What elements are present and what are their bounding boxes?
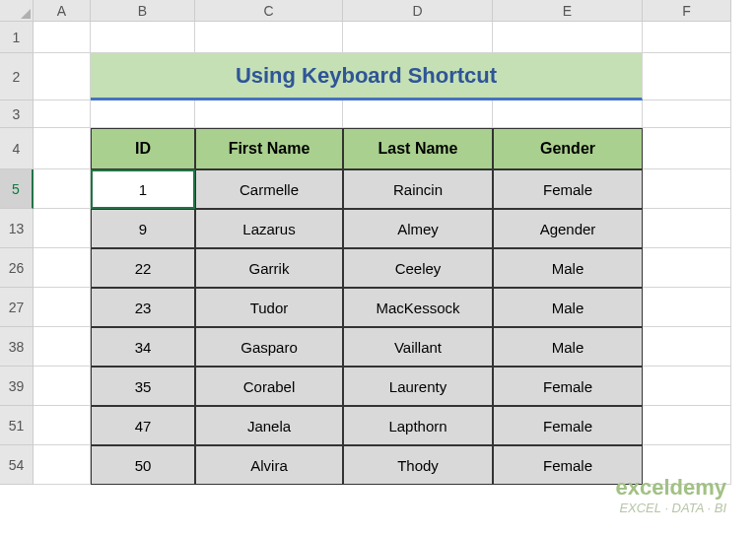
cell-id-5[interactable]: 1 <box>91 169 195 209</box>
row-header-13[interactable]: 13 <box>0 209 34 248</box>
cell-first-39[interactable]: Corabel <box>195 367 343 406</box>
cell-gender-38[interactable]: Male <box>493 327 643 367</box>
column-header-B[interactable]: B <box>91 0 195 22</box>
cell-gender-51[interactable]: Female <box>493 406 643 445</box>
cell-E1[interactable] <box>493 22 643 53</box>
watermark-sub: EXCEL · DATA · BI <box>615 501 726 515</box>
cell-gender-26[interactable]: Male <box>493 248 643 288</box>
cell-gender-39[interactable]: Female <box>493 367 643 406</box>
cell-F4[interactable] <box>643 128 731 169</box>
cell-F1[interactable] <box>643 22 731 53</box>
cell-E3[interactable] <box>493 100 643 128</box>
cell-first-38[interactable]: Gasparo <box>195 327 343 367</box>
column-header-E[interactable]: E <box>493 0 643 22</box>
cell-first-54[interactable]: Alvira <box>195 445 343 485</box>
cell-first-26[interactable]: Garrik <box>195 248 343 288</box>
row-header-39[interactable]: 39 <box>0 367 34 406</box>
row-header-1[interactable]: 1 <box>0 22 34 53</box>
cell-A54[interactable] <box>34 445 91 485</box>
cell-id-54[interactable]: 50 <box>91 445 195 485</box>
cell-last-38[interactable]: Vaillant <box>343 327 493 367</box>
cell-last-51[interactable]: Lapthorn <box>343 406 493 445</box>
cell-B3[interactable] <box>91 100 195 128</box>
cell-first-13[interactable]: Lazarus <box>195 209 343 248</box>
row-header-4[interactable]: 4 <box>0 128 34 169</box>
row-headers: 1234513262738395154 <box>0 22 34 485</box>
cell-A3[interactable] <box>34 100 91 128</box>
cell-C1[interactable] <box>195 22 343 53</box>
cell-id-38[interactable]: 34 <box>91 327 195 367</box>
column-header-C[interactable]: C <box>195 0 343 22</box>
table-header-1[interactable]: First Name <box>195 128 343 169</box>
table-header-2[interactable]: Last Name <box>343 128 493 169</box>
cell-D1[interactable] <box>343 22 493 53</box>
cell-F13[interactable] <box>643 209 731 248</box>
table-header-0[interactable]: ID <box>91 128 195 169</box>
cell-A39[interactable] <box>34 367 91 406</box>
watermark: exceldemy EXCEL · DATA · BI <box>615 475 726 515</box>
grid-area: Using Keyboard ShortcutIDFirst NameLast … <box>34 22 731 485</box>
cell-A4[interactable] <box>34 128 91 169</box>
cell-gender-27[interactable]: Male <box>493 288 643 327</box>
column-header-D[interactable]: D <box>343 0 493 22</box>
cell-gender-5[interactable]: Female <box>493 169 643 209</box>
title-banner[interactable]: Using Keyboard Shortcut <box>91 53 643 100</box>
cell-A13[interactable] <box>34 209 91 248</box>
column-header-F[interactable]: F <box>643 0 731 22</box>
row-header-26[interactable]: 26 <box>0 248 34 288</box>
cell-last-54[interactable]: Thody <box>343 445 493 485</box>
cell-A5[interactable] <box>34 169 91 209</box>
row-header-27[interactable]: 27 <box>0 288 34 327</box>
cell-A38[interactable] <box>34 327 91 367</box>
row-header-54[interactable]: 54 <box>0 445 34 485</box>
cell-F26[interactable] <box>643 248 731 288</box>
cell-F38[interactable] <box>643 327 731 367</box>
cell-F27[interactable] <box>643 288 731 327</box>
cell-C3[interactable] <box>195 100 343 128</box>
cell-D3[interactable] <box>343 100 493 128</box>
cell-id-51[interactable]: 47 <box>91 406 195 445</box>
cell-last-39[interactable]: Laurenty <box>343 367 493 406</box>
cell-F5[interactable] <box>643 169 731 209</box>
watermark-brand: exceldemy <box>615 475 726 501</box>
cell-F39[interactable] <box>643 367 731 406</box>
cell-A51[interactable] <box>34 406 91 445</box>
cell-F2[interactable] <box>643 53 731 100</box>
cell-F51[interactable] <box>643 406 731 445</box>
cell-first-51[interactable]: Janela <box>195 406 343 445</box>
row-header-3[interactable]: 3 <box>0 100 34 128</box>
cell-last-26[interactable]: Ceeley <box>343 248 493 288</box>
cell-first-27[interactable]: Tudor <box>195 288 343 327</box>
cell-last-13[interactable]: Almey <box>343 209 493 248</box>
spreadsheet: ABCDEF 1234513262738395154 Using Keyboar… <box>0 0 756 535</box>
select-all-corner[interactable] <box>0 0 34 22</box>
cell-id-39[interactable]: 35 <box>91 367 195 406</box>
svg-marker-0 <box>21 9 31 19</box>
table-header-3[interactable]: Gender <box>493 128 643 169</box>
cell-last-27[interactable]: MacKessock <box>343 288 493 327</box>
cell-id-27[interactable]: 23 <box>91 288 195 327</box>
row-header-2[interactable]: 2 <box>0 53 34 100</box>
cell-id-26[interactable]: 22 <box>91 248 195 288</box>
row-header-51[interactable]: 51 <box>0 406 34 445</box>
cell-B1[interactable] <box>91 22 195 53</box>
column-header-A[interactable]: A <box>34 0 91 22</box>
cell-gender-13[interactable]: Agender <box>493 209 643 248</box>
cell-A2[interactable] <box>34 53 91 100</box>
cell-A27[interactable] <box>34 288 91 327</box>
cell-id-13[interactable]: 9 <box>91 209 195 248</box>
select-all-icon <box>21 9 31 19</box>
cell-A1[interactable] <box>34 22 91 53</box>
row-header-5[interactable]: 5 <box>0 169 34 209</box>
cell-F3[interactable] <box>643 100 731 128</box>
row-header-38[interactable]: 38 <box>0 327 34 367</box>
cell-last-5[interactable]: Raincin <box>343 169 493 209</box>
cell-A26[interactable] <box>34 248 91 288</box>
column-headers: ABCDEF <box>34 0 731 22</box>
cell-first-5[interactable]: Carmelle <box>195 169 343 209</box>
